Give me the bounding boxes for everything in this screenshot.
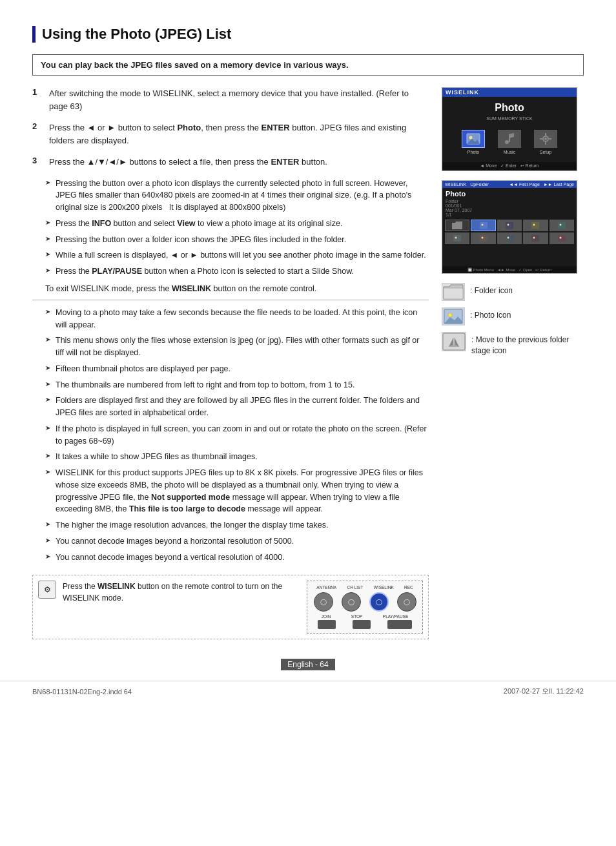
photo-icon bbox=[442, 307, 465, 325]
bottom-footer: BN68-01131N-02Eng-2.indd 64 2007-02-27 오… bbox=[0, 681, 616, 696]
svg-point-13 bbox=[481, 224, 483, 226]
svg-point-23 bbox=[481, 237, 483, 239]
bullet-5: Press the PLAY/PAUSE button when a Photo… bbox=[45, 265, 429, 278]
footer-left: BN68-01131N-02Eng-2.indd 64 bbox=[32, 688, 132, 696]
step-2-number: 2 bbox=[32, 121, 43, 147]
exit-text: To exit WISELINK mode, press the WISELIN… bbox=[45, 284, 429, 293]
remote-btn-join[interactable] bbox=[318, 620, 336, 629]
intro-box: You can play back the JPEG files saved o… bbox=[32, 54, 584, 76]
svg-rect-24 bbox=[506, 235, 513, 242]
note-6: If the photo is displayed in full screen… bbox=[45, 423, 429, 448]
svg-marker-5 bbox=[509, 133, 514, 138]
remote-btn-stop[interactable] bbox=[353, 620, 371, 629]
wiselink-setup-box bbox=[534, 130, 557, 148]
photo-cell-folder bbox=[445, 220, 469, 231]
remote-label-stop: STOP bbox=[351, 614, 363, 619]
legend-folder-label: : Folder icon bbox=[470, 283, 513, 296]
bullet-1: Pressing the button over a photo icon di… bbox=[45, 178, 429, 214]
bullet-2: Press the INFO button and select View to… bbox=[45, 218, 429, 230]
screen-1-wiselink: WISELINK Photo SUM MEMORY STICK bbox=[442, 87, 577, 171]
remote-btn-antenna[interactable]: ◯ bbox=[314, 592, 333, 612]
svg-point-25 bbox=[507, 237, 509, 239]
remote-btn-wiselink[interactable]: ◯ bbox=[369, 592, 389, 612]
photo-screen-info: Folder001/001Mar 07, 20071/1 bbox=[442, 199, 577, 218]
step-1-text: After switching the mode to WISELINK, se… bbox=[49, 87, 429, 112]
step-2-text: Press the ◄ or ► button to select Photo,… bbox=[49, 121, 429, 147]
photo-cell-1 bbox=[471, 220, 495, 231]
bullet-4: While a full screen is displayed, ◄ or ►… bbox=[45, 249, 429, 262]
photo-screen-bar: WISELINK UpFolder ◄◄ First Page ►► Last … bbox=[442, 181, 577, 188]
note-1: Moving to a photo may take a few seconds… bbox=[45, 307, 429, 331]
photo-cell-8 bbox=[523, 232, 548, 244]
divider-1 bbox=[32, 300, 429, 300]
step-3-number: 3 bbox=[32, 156, 43, 169]
legend-section: : Folder icon : Photo icon bbox=[442, 283, 584, 356]
svg-rect-26 bbox=[531, 235, 539, 242]
photo-grid bbox=[442, 218, 577, 245]
svg-point-17 bbox=[533, 224, 535, 226]
remote-btn-playpause[interactable] bbox=[387, 620, 412, 629]
wiselink-music-label: Music bbox=[504, 150, 515, 154]
svg-rect-12 bbox=[480, 222, 488, 229]
remote-btn-chlist[interactable]: ◯ bbox=[342, 592, 361, 612]
folder-icon bbox=[442, 283, 465, 301]
left-column: 1 After switching the mode to WISELINK, … bbox=[32, 87, 429, 639]
remote-bottom-labels: JOIN STOP PLAY/PAUSE bbox=[311, 614, 418, 619]
photo-nav: 🔲 Photo Menu ◄► Move ✓ Open ↩ Return bbox=[442, 266, 577, 273]
remote-note-text: Press the WISELINK button on the remote … bbox=[63, 581, 300, 604]
footer-right: 2007-02-27 오ll. 11:22:42 bbox=[504, 686, 584, 696]
photo-screen-title: Photo bbox=[442, 188, 577, 199]
photo-screen: WISELINK UpFolder ◄◄ First Page ►► Last … bbox=[442, 181, 577, 273]
wiselink-setup-label: Setup bbox=[540, 150, 551, 154]
remote-note-section: ⚙ Press the WISELINK button on the remot… bbox=[32, 575, 429, 639]
wiselink-subtitle: SUM MEMORY STICK bbox=[442, 116, 577, 121]
svg-rect-20 bbox=[453, 235, 461, 242]
intro-text: You can play back the JPEG files saved o… bbox=[41, 60, 349, 70]
remote-btn-rec[interactable]: ◯ bbox=[397, 592, 416, 612]
note-10: You cannot decode images beyond a horizo… bbox=[45, 535, 429, 548]
wiselink-title: Photo bbox=[442, 97, 577, 116]
note-2: This menu shows only the files whose ext… bbox=[45, 335, 429, 359]
page-number: English - 64 bbox=[281, 659, 334, 670]
note-3: Fifteen thumbnail photos are displayed p… bbox=[45, 363, 429, 375]
svg-point-19 bbox=[559, 224, 561, 226]
page-footer: English - 64 bbox=[32, 646, 584, 670]
screen-2-photo-grid: WISELINK UpFolder ◄◄ First Page ►► Last … bbox=[442, 180, 577, 274]
note-8: WISELINK for this product supports JPEG … bbox=[45, 467, 429, 515]
svg-rect-16 bbox=[531, 222, 539, 229]
step-2: 2 Press the ◄ or ► button to select Phot… bbox=[32, 121, 429, 147]
wiselink-nav-1: ◄ Move ✓ Enter ↩ Return bbox=[442, 162, 577, 170]
svg-point-21 bbox=[455, 237, 457, 239]
wiselink-photo-box bbox=[462, 130, 485, 148]
svg-point-1 bbox=[469, 136, 473, 139]
photo-cell-9 bbox=[549, 232, 574, 244]
remote-label-antenna: ANTENNA bbox=[316, 585, 336, 590]
legend-photo: : Photo icon bbox=[442, 307, 584, 325]
photo-cell-5 bbox=[445, 232, 469, 244]
photo-cell-7 bbox=[497, 232, 522, 244]
note-4: The thumbnails are numbered from left to… bbox=[45, 379, 429, 391]
step-1-number: 1 bbox=[32, 87, 43, 112]
legend-folder: : Folder icon bbox=[442, 283, 584, 301]
step-3-text: Press the ▲/▼/◄/► buttons to select a fi… bbox=[49, 156, 327, 169]
remote-label-join: JOIN bbox=[322, 614, 331, 619]
remote-illustration: ANTENNA CH LIST WISELINK REC ◯ ◯ ◯ ◯ JOI… bbox=[307, 581, 423, 634]
photo-screen-bar-left: WISELINK UpFolder bbox=[445, 182, 489, 187]
step-3: 3 Press the ▲/▼/◄/► buttons to select a … bbox=[32, 156, 429, 169]
svg-rect-28 bbox=[558, 235, 566, 242]
svg-point-31 bbox=[448, 313, 452, 317]
svg-point-7 bbox=[544, 138, 547, 140]
wiselink-music-icon: Music bbox=[498, 130, 521, 154]
right-column: WISELINK Photo SUM MEMORY STICK bbox=[442, 87, 584, 639]
page-title: Using the Photo (JPEG) List bbox=[42, 26, 584, 43]
photo-cell-6 bbox=[471, 232, 495, 244]
svg-point-29 bbox=[559, 237, 561, 239]
notes-list: Moving to a photo may take a few seconds… bbox=[45, 307, 429, 564]
step-1: 1 After switching the mode to WISELINK, … bbox=[32, 87, 429, 112]
wiselink-photo-icon: Photo bbox=[462, 130, 485, 154]
photo-cell-4 bbox=[549, 220, 574, 231]
remote-label-rec: REC bbox=[404, 585, 413, 590]
bullet-list: Pressing the button over a photo icon di… bbox=[45, 178, 429, 278]
note-9: The higher the image resolution advances… bbox=[45, 519, 429, 531]
note-5: Folders are displayed first and they are… bbox=[45, 395, 429, 419]
